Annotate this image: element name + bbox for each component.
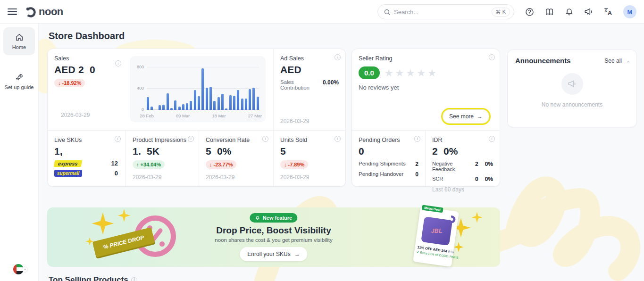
rating-score-pill: 0.0 [359, 66, 380, 79]
units-sold-delta-badge: ↓-7.89% [280, 160, 308, 169]
pending-handover-row: Pending Handover0 [359, 171, 418, 178]
jbl-speaker-image: JBL [421, 216, 452, 246]
language-translate-icon[interactable]: x A [603, 7, 614, 17]
sparkle-star-icon [453, 241, 464, 253]
check-icon: ✔ [417, 250, 419, 254]
express-count: 12 [111, 160, 118, 167]
seller-rating-info-icon[interactable]: i [489, 54, 495, 60]
banner-title: Drop Price, Boost Visibility [216, 225, 331, 236]
sales-info-icon[interactable]: i [115, 60, 121, 66]
idr-title: IDR [432, 137, 493, 143]
page-title: Store Dashboard [49, 31, 125, 41]
deal-old-price: 219 [448, 249, 454, 255]
idr-value: 2 0% [432, 146, 493, 157]
sales-chart-bars [147, 67, 259, 110]
idr-card: IDR 2 0% Negative Feedback20% SCR00% Las… [425, 131, 500, 186]
sales-trend-chart: 8004000 28 Feb09 Mar18 Mar27 Mar [130, 56, 266, 122]
rocket-icon [15, 73, 24, 82]
price-drop-illustration: % PRICE DROP [66, 207, 189, 267]
announcements-megaphone-icon[interactable] [584, 7, 594, 17]
hamburger-menu-icon[interactable] [8, 8, 17, 15]
live-skus-value: 1, [54, 146, 119, 157]
negative-feedback-row: Negative Feedback20% [432, 161, 493, 172]
sidebar-item-setup-guide[interactable]: Set up guide [3, 67, 35, 95]
search-shortcut-badge: ⌘ K [492, 8, 510, 17]
rating-stars: ★★★★★ [385, 67, 438, 79]
topbar: noon ⌘ K [0, 0, 644, 24]
megaphone-empty-icon [561, 73, 583, 95]
pending-orders-value: 0 [359, 146, 418, 157]
conversion-rate-card: Conversion Rate 5 0% ↓-23.77% i 2026-03-… [199, 131, 273, 186]
sparkle-star-icon [471, 211, 483, 223]
product-impressions-value: 1. 5K [133, 146, 192, 157]
country-switcher[interactable]: › [13, 264, 25, 274]
units-sold-date: 2026-03-29 [280, 174, 309, 181]
ad-sales-card: Ad Sales AED Sales Contribution0.00% i 2… [273, 49, 345, 130]
svg-text:A: A [608, 9, 612, 17]
search-input[interactable] [394, 8, 492, 16]
topbar-icons: x A M [524, 0, 636, 24]
conversion-rate-date: 2026-03-29 [206, 174, 234, 181]
noon-logo-icon [25, 6, 37, 18]
sales-card: Sales AED 2 0 ↓-18.92% i 2026-03-29 8004… [48, 49, 273, 130]
announcements-title: Announcements [515, 57, 571, 65]
live-skus-info-icon[interactable]: i [115, 136, 121, 142]
top-selling-info-icon[interactable]: i [131, 277, 137, 281]
product-impressions-delta-badge: ↑+34.04% [133, 160, 165, 169]
product-impressions-title: Product Impressions [133, 137, 192, 143]
live-skus-card: Live SKUs 1, express12 supermall0 i [48, 131, 125, 186]
seller-rating-card: Seller Rating 0.0 ★★★★★ No reviews yet i… [352, 49, 500, 130]
search-bar[interactable]: ⌘ K [377, 4, 514, 19]
scr-row: SCR00% [432, 176, 493, 182]
no-reviews-text: No reviews yet [359, 84, 493, 91]
top-selling-products-title: Top Selling Products i [49, 275, 137, 281]
sparkle-star-icon [91, 211, 115, 236]
pending-shipments-row: Pending Shipments2 [359, 161, 418, 167]
noon-logo[interactable]: noon [25, 6, 63, 18]
sales-contribution-value: 0.00% [323, 79, 339, 91]
learn-book-icon[interactable] [544, 7, 554, 17]
sidebar-item-home[interactable]: Home [3, 27, 35, 55]
units-sold-info-icon[interactable]: i [335, 136, 341, 142]
stats-card-left: Sales AED 2 0 ↓-18.92% i 2026-03-29 8004… [47, 49, 346, 187]
user-avatar[interactable]: M [623, 5, 636, 18]
help-icon[interactable] [524, 7, 535, 17]
idr-info-icon[interactable]: i [489, 136, 495, 142]
sparkle-star-icon [117, 208, 131, 223]
sidebar: Home Set up guide › [0, 24, 39, 281]
ad-sales-title: Ad Sales [280, 55, 339, 62]
seller-rating-title: Seller Rating [359, 55, 493, 62]
pending-orders-info-icon[interactable]: i [414, 136, 420, 142]
pending-orders-title: Pending Orders [359, 137, 418, 143]
conversion-rate-info-icon[interactable]: i [262, 136, 268, 142]
mega-deal-badge: Mega Deal [422, 205, 443, 213]
arrow-right-icon: → [477, 113, 483, 120]
see-all-link[interactable]: See all→ [604, 58, 630, 64]
chevron-right-icon: › [22, 267, 27, 272]
pending-orders-card: Pending Orders 0 Pending Shipments2 Pend… [352, 131, 425, 186]
units-sold-value: 5 [280, 146, 339, 157]
conversion-rate-value: 5 0% [206, 146, 267, 157]
see-more-button[interactable]: See more→ [443, 109, 489, 124]
conversion-rate-delta-badge: ↓-23.77% [206, 160, 236, 169]
ad-sales-value: AED [280, 64, 339, 75]
promo-banner[interactable]: % PRICE DROP New feature Drop Price, Boo… [47, 207, 500, 267]
express-badge: express [54, 160, 82, 167]
product-impressions-info-icon[interactable]: i [188, 136, 194, 142]
new-feature-badge: New feature [250, 213, 297, 223]
announcements-panel: Announcements See all→ No new announceme… [507, 50, 637, 127]
home-icon [15, 33, 24, 42]
banner-subtitle: noon shares the cost & you get premium v… [215, 237, 332, 243]
stats-card-right: Seller Rating 0.0 ★★★★★ No reviews yet i… [351, 49, 500, 187]
live-skus-title: Live SKUs [54, 137, 119, 143]
notifications-bell-icon[interactable] [564, 7, 574, 17]
bell-icon [255, 215, 260, 221]
noon-logo-text: noon [39, 6, 63, 18]
idr-footnote: Last 60 days [432, 186, 493, 193]
arrow-down-icon: ↓ [209, 162, 212, 167]
supermall-count: 0 [115, 170, 118, 177]
ad-sales-info-icon[interactable]: i [335, 54, 341, 60]
sidebar-setup-guide-label: Set up guide [5, 84, 34, 90]
sales-contribution-label: Sales Contribution [280, 79, 323, 91]
enroll-skus-button[interactable]: Enroll your SKUs→ [240, 247, 307, 261]
